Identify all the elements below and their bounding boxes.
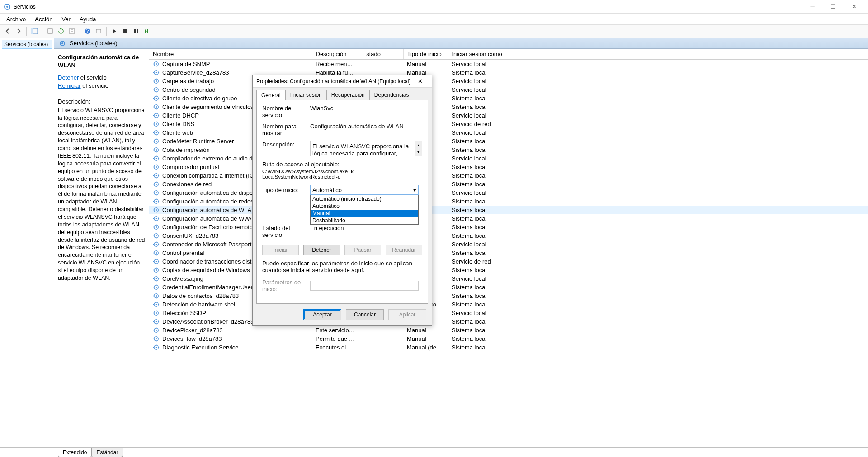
svg-point-144	[156, 244, 157, 245]
export-list-button[interactable]	[94, 26, 104, 36]
col-name[interactable]: Nombre	[149, 49, 312, 60]
svg-point-48	[156, 106, 157, 108]
forward-button[interactable]	[14, 26, 24, 36]
chevron-down-icon: ▾	[413, 187, 416, 193]
lbl-exe-path: Ruta de acceso al ejecutable:	[262, 161, 422, 168]
export-button[interactable]	[45, 26, 55, 36]
start-service-button[interactable]	[109, 26, 119, 36]
resume-button: Reanudar	[386, 245, 422, 255]
svg-point-174	[156, 287, 157, 288]
val-exe-path: C:\WINDOWS\system32\svchost.exe -k Local…	[262, 169, 422, 179]
svg-point-156	[156, 261, 157, 262]
svg-point-186	[156, 304, 157, 305]
svg-point-60	[156, 123, 157, 125]
params-help-text: Puede especificar los parámetros de inic…	[262, 260, 422, 273]
table-row[interactable]: Captura de SNMPRecibe mensaje...ManualSe…	[149, 60, 868, 69]
ok-button[interactable]: Aceptar	[303, 309, 341, 320]
col-logon[interactable]: Iniciar sesión como	[448, 49, 868, 60]
restart-link[interactable]: Reiniciar	[58, 82, 81, 89]
lbl-description: Descripción:	[262, 141, 310, 148]
content-header-title: Servicios (locales)	[70, 40, 117, 47]
svg-point-72	[156, 141, 157, 142]
svg-point-150	[156, 252, 157, 254]
menubar: Archivo Acción Ver Ayuda	[0, 14, 868, 24]
svg-point-16	[61, 42, 63, 44]
col-state[interactable]: Estado	[359, 49, 403, 60]
opt-disabled[interactable]: Deshabilitado	[311, 217, 418, 224]
col-desc[interactable]: Descripción	[312, 49, 359, 60]
opt-manual[interactable]: Manual	[311, 210, 418, 217]
start-button: Iniciar	[262, 245, 299, 255]
svg-rect-13	[137, 29, 138, 33]
svg-rect-14	[147, 29, 148, 33]
svg-point-180	[156, 295, 157, 297]
restart-service-button[interactable]	[142, 26, 152, 36]
start-params-input	[310, 281, 419, 291]
window-title: Servicios	[14, 4, 802, 10]
svg-point-24	[156, 72, 157, 73]
dialog-tab-general[interactable]: General	[256, 90, 286, 100]
svg-rect-12	[134, 29, 136, 33]
col-startup[interactable]: Tipo de inicio	[403, 49, 448, 60]
cancel-button[interactable]: Cancelar	[346, 309, 384, 320]
table-row[interactable]: Diagnostic Execution ServiceExecutes dia…	[149, 343, 868, 352]
close-button[interactable]: ✕	[844, 0, 864, 14]
tab-standard[interactable]: Estándar	[91, 448, 123, 457]
svg-rect-11	[123, 29, 127, 33]
help-button[interactable]: ?	[83, 26, 93, 36]
detail-pane: Configuración automática de WLAN Detener…	[54, 49, 149, 447]
stop-service-button[interactable]	[120, 26, 130, 36]
minimize-button[interactable]: ─	[802, 0, 823, 14]
svg-point-96	[156, 175, 157, 176]
table-row[interactable]: DevicePicker_d28a783Este servicio de ...…	[149, 326, 868, 335]
menu-file[interactable]: Archivo	[2, 14, 30, 24]
maximize-button[interactable]: ☐	[823, 0, 844, 14]
svg-point-90	[156, 166, 157, 168]
tab-extended[interactable]: Extendido	[58, 448, 92, 457]
startup-type-select[interactable]: Automático ▾	[310, 185, 419, 195]
menu-help[interactable]: Ayuda	[75, 14, 101, 24]
lbl-startup-type: Tipo de inicio:	[262, 187, 310, 193]
show-hide-tree-button[interactable]	[29, 26, 39, 36]
titlebar: Servicios ─ ☐ ✕	[0, 0, 868, 14]
opt-auto[interactable]: Automático	[311, 203, 418, 210]
svg-point-84	[156, 158, 157, 159]
dialog-close-button[interactable]: ✕	[412, 76, 428, 86]
svg-point-114	[156, 201, 157, 202]
svg-point-36	[156, 89, 157, 90]
lbl-service-name: Nombre de servicio:	[262, 105, 310, 118]
svg-point-216	[156, 347, 157, 348]
svg-point-78	[156, 149, 157, 151]
tree-pane: Servicios (locales)	[0, 38, 54, 447]
pause-service-button[interactable]	[131, 26, 141, 36]
refresh-button[interactable]	[56, 26, 66, 36]
svg-point-42	[156, 98, 157, 99]
svg-text:?: ?	[86, 28, 89, 34]
properties-button[interactable]	[67, 26, 77, 36]
startup-dropdown-list: Automático (inicio retrasado) Automático…	[310, 195, 419, 225]
scroll-down-icon[interactable]: ▾	[415, 148, 422, 156]
dialog-tab-recovery[interactable]: Recuperación	[326, 90, 370, 100]
desc-body: El servicio WLANSVC proporciona la lógic…	[58, 107, 145, 282]
stop-link[interactable]: Detener	[58, 74, 79, 81]
apply-button: Aplicar	[388, 309, 426, 320]
svg-point-192	[156, 312, 157, 314]
svg-rect-3	[31, 28, 33, 34]
description-box[interactable]: El servicio WLANSVC proporciona la lógic…	[310, 141, 422, 156]
back-button[interactable]	[3, 26, 13, 36]
val-service-state: En ejecución	[310, 225, 422, 231]
menu-action[interactable]: Acción	[30, 14, 57, 24]
stop-button[interactable]: Detener	[303, 245, 340, 255]
table-row[interactable]: DevicesFlow_d28a783Permite que Co...Manu…	[149, 335, 868, 343]
svg-point-108	[156, 192, 157, 193]
svg-point-30	[156, 80, 157, 82]
lbl-start-params: Parámetros de inicio:	[262, 279, 310, 292]
content-header: Servicios (locales)	[54, 38, 868, 49]
dialog-tab-logon[interactable]: Iniciar sesión	[285, 90, 327, 100]
svg-point-210	[156, 338, 157, 339]
dialog-tab-deps[interactable]: Dependencias	[369, 90, 414, 100]
svg-point-168	[156, 278, 157, 279]
menu-view[interactable]: Ver	[57, 14, 75, 24]
tree-root-item[interactable]: Servicios (locales)	[2, 40, 52, 49]
opt-auto-delayed[interactable]: Automático (inicio retrasado)	[311, 195, 418, 203]
